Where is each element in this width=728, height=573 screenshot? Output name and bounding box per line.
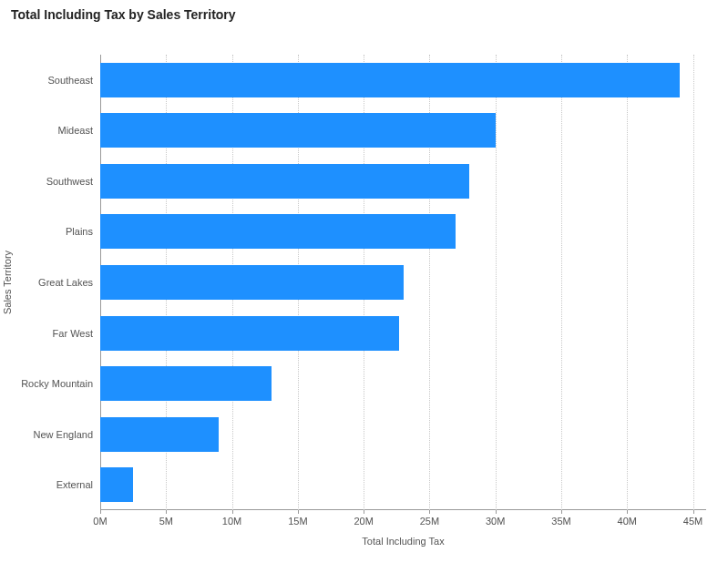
x-tick-label: 20M (354, 516, 373, 527)
x-tick-mark (364, 510, 364, 514)
y-tick-label: Southwest (46, 176, 93, 187)
x-tick-label: 40M (618, 516, 637, 527)
y-tick-label: External (56, 479, 93, 490)
x-tick-label: 5M (159, 516, 173, 527)
x-tick-label: 15M (288, 516, 307, 527)
y-tick-label: Mideast (57, 125, 93, 136)
x-tick-label: 30M (486, 516, 505, 527)
bar[interactable] (100, 63, 680, 97)
x-axis-line (100, 509, 706, 510)
y-axis-label: Sales Territory (2, 251, 13, 314)
x-tick-mark (693, 510, 694, 514)
x-tick-label: 45M (683, 516, 702, 527)
x-tick-mark (561, 510, 562, 514)
bar[interactable] (100, 467, 133, 502)
gridline (561, 55, 562, 510)
x-axis-label: Total Including Tax (100, 536, 706, 547)
bar[interactable] (100, 164, 469, 199)
x-tick-mark (429, 510, 430, 514)
gridline (693, 55, 694, 510)
x-tick-mark (298, 510, 299, 514)
gridline (496, 55, 497, 510)
y-tick-label: Far West (53, 328, 93, 339)
y-tick-label: Southeast (47, 75, 93, 86)
y-tick-label: Rocky Mountain (21, 378, 93, 389)
x-tick-label: 25M (420, 516, 439, 527)
chart-title: Total Including Tax by Sales Territory (11, 7, 717, 22)
y-tick-label: Great Lakes (38, 277, 93, 288)
bar[interactable] (100, 214, 456, 249)
x-tick-mark (166, 510, 167, 514)
bar[interactable] (100, 316, 399, 351)
y-tick-label: Plains (66, 226, 93, 237)
bar[interactable] (100, 366, 272, 401)
x-tick-mark (232, 510, 233, 514)
x-tick-mark (627, 510, 628, 514)
bar[interactable] (100, 113, 496, 148)
chart-container: Total Including Tax by Sales Territory 0… (0, 0, 728, 573)
gridline (627, 55, 628, 510)
x-tick-label: 10M (222, 516, 241, 527)
x-tick-label: 35M (551, 516, 570, 527)
x-tick-mark (100, 510, 101, 514)
y-tick-label: New England (34, 429, 93, 440)
x-tick-mark (496, 510, 497, 514)
x-tick-label: 0M (93, 516, 107, 527)
bar[interactable] (100, 265, 404, 300)
bar[interactable] (100, 417, 219, 452)
plot-area: 0M5M10M15M20M25M30M35M40M45MSoutheastMid… (100, 55, 706, 510)
